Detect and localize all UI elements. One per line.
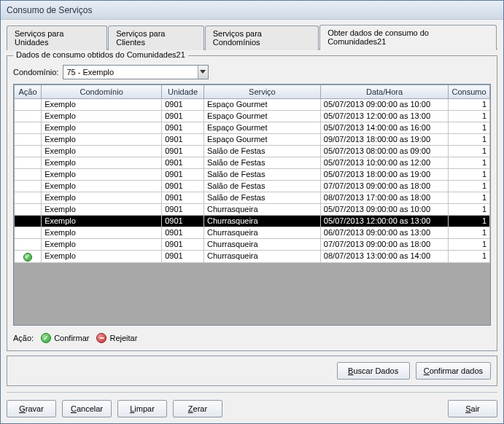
- cell-datahora: 05/07/2013 12:00:00 as 13:00: [320, 111, 448, 122]
- cell-datahora: 05/07/2013 14:00:00 as 16:00: [320, 122, 448, 134]
- buscar-button[interactable]: Buscar Dados: [337, 362, 410, 380]
- table-row[interactable]: Exemplo0901Salão de Festas05/07/2013 18:…: [15, 169, 490, 181]
- action-panel: Buscar Dados Confirmar dados: [7, 356, 497, 386]
- cell-servico: Churrasqueira: [203, 251, 320, 263]
- col-servico[interactable]: Serviço: [203, 85, 320, 99]
- cell-unidade: 0901: [162, 111, 204, 122]
- cell-datahora: 08/07/2013 17:00:00 as 18:00: [320, 192, 448, 204]
- confirmar-dados-button[interactable]: Confirmar dados: [416, 362, 491, 380]
- cell-consumo: 1: [449, 111, 490, 122]
- cell-consumo: 1: [449, 227, 490, 239]
- col-condominio[interactable]: Condomínio: [42, 85, 162, 99]
- tab-1[interactable]: Serviços para Clientes: [108, 25, 204, 50]
- condominio-input[interactable]: [63, 66, 197, 79]
- cell-unidade: 0901: [162, 157, 204, 169]
- col-unidade[interactable]: Unidade: [162, 85, 204, 99]
- table-row[interactable]: Exemplo0901Salão de Festas07/07/2013 09:…: [15, 181, 490, 192]
- table-row[interactable]: Exemplo0901Salão de Festas08/07/2013 17:…: [15, 192, 490, 204]
- cell-consumo: 1: [449, 192, 490, 204]
- cell-condominio: Exemplo: [42, 146, 162, 157]
- action-legend: Ação: ✓ Confirmar ━ Rejeitar: [13, 333, 491, 343]
- cell-condominio: Exemplo: [42, 122, 162, 134]
- cell-consumo: 1: [449, 216, 490, 227]
- fieldset-legend: Dados de consumo obtidos do Comunidades2…: [13, 50, 188, 59]
- cell-consumo: 1: [449, 157, 490, 169]
- footer-buttons: Gravar Cancelar Limpar Zerar Sair: [7, 392, 497, 417]
- cell-unidade: 0901: [162, 239, 204, 251]
- content-area: Serviços para UnidadesServiços para Clie…: [1, 20, 503, 423]
- reject-text: Rejeitar: [109, 334, 137, 342]
- col-consumo[interactable]: Consumo: [449, 85, 490, 99]
- table-row[interactable]: Exemplo0901Espaço Gourmet05/07/2013 12:0…: [15, 111, 490, 122]
- cell-acao: [15, 157, 42, 169]
- table-row[interactable]: Exemplo0901Salão de Festas05/07/2013 10:…: [15, 157, 490, 169]
- table-row[interactable]: Exemplo0901Espaço Gourmet05/07/2013 09:0…: [15, 99, 490, 111]
- col-datahora[interactable]: Data/Hora: [320, 85, 448, 99]
- cell-consumo: 1: [449, 239, 490, 251]
- cell-unidade: 0901: [162, 251, 204, 263]
- cell-datahora: 06/07/2013 09:00:00 as 13:00: [320, 227, 448, 239]
- cancelar-button[interactable]: Cancelar: [62, 400, 112, 417]
- cell-consumo: 1: [449, 251, 490, 263]
- cell-consumo: 1: [449, 204, 490, 216]
- table-row[interactable]: Exemplo0901Espaço Gourmet09/07/2013 18:0…: [15, 134, 490, 146]
- footer-spacer: [228, 400, 442, 417]
- table-row[interactable]: Exemplo0901Churrasqueira06/07/2013 09:00…: [15, 227, 490, 239]
- sair-button[interactable]: Sair: [448, 400, 497, 417]
- zerar-button[interactable]: Zerar: [173, 400, 222, 417]
- dropdown-button[interactable]: [198, 66, 209, 79]
- cell-servico: Salão de Festas: [203, 192, 320, 204]
- reject-icon: ━: [96, 333, 106, 343]
- cell-acao: ✓: [15, 251, 42, 263]
- cell-datahora: 07/07/2013 09:00:00 as 18:00: [320, 181, 448, 192]
- cell-servico: Churrasqueira: [203, 204, 320, 216]
- chevron-down-icon: [200, 70, 206, 74]
- data-table: Ação Condomínio Unidade Serviço Data/Hor…: [14, 85, 490, 263]
- cell-unidade: 0901: [162, 216, 204, 227]
- gravar-button[interactable]: Gravar: [7, 400, 56, 417]
- header-row: Ação Condomínio Unidade Serviço Data/Hor…: [15, 85, 490, 99]
- cell-acao: [15, 181, 42, 192]
- confirm-icon: ✓: [41, 333, 51, 343]
- cell-condominio: Exemplo: [42, 192, 162, 204]
- condominio-row: Condomínio:: [13, 65, 491, 79]
- cell-consumo: 1: [449, 122, 490, 134]
- cell-condominio: Exemplo: [42, 181, 162, 192]
- cell-unidade: 0901: [162, 227, 204, 239]
- table-row[interactable]: Exemplo0901Espaço Gourmet05/07/2013 14:0…: [15, 122, 490, 134]
- cell-datahora: 07/07/2013 09:00:00 as 18:00: [320, 239, 448, 251]
- cell-servico: Churrasqueira: [203, 227, 320, 239]
- confirm-text: Confirmar: [54, 334, 89, 342]
- table-row[interactable]: Exemplo0901Churrasqueira05/07/2013 12:00…: [15, 216, 490, 227]
- table-row[interactable]: ✓Exemplo0901Churrasqueira08/07/2013 13:0…: [15, 251, 490, 263]
- col-acao[interactable]: Ação: [15, 85, 42, 99]
- cell-consumo: 1: [449, 134, 490, 146]
- tab-2[interactable]: Serviços para Condomínios: [205, 25, 319, 50]
- cell-unidade: 0901: [162, 192, 204, 204]
- cell-condominio: Exemplo: [42, 157, 162, 169]
- cell-servico: Churrasqueira: [203, 216, 320, 227]
- condominio-label: Condomínio:: [13, 68, 58, 76]
- titlebar: Consumo de Serviços: [1, 1, 503, 20]
- tab-3[interactable]: Obter dados de consumo do Comunidades21: [319, 25, 497, 50]
- window-title: Consumo de Serviços: [7, 5, 92, 15]
- cell-acao: [15, 122, 42, 134]
- cell-condominio: Exemplo: [42, 169, 162, 181]
- cell-datahora: 05/07/2013 18:00:00 as 19:00: [320, 169, 448, 181]
- cell-datahora: 05/07/2013 08:00:00 as 09:00: [320, 146, 448, 157]
- table-row[interactable]: Exemplo0901Salão de Festas05/07/2013 08:…: [15, 146, 490, 157]
- cell-acao: [15, 239, 42, 251]
- limpar-button[interactable]: Limpar: [117, 400, 167, 417]
- cell-acao: [15, 192, 42, 204]
- cell-unidade: 0901: [162, 181, 204, 192]
- cell-acao: [15, 227, 42, 239]
- tab-0[interactable]: Serviços para Unidades: [7, 25, 107, 50]
- data-grid[interactable]: Ação Condomínio Unidade Serviço Data/Hor…: [13, 84, 491, 326]
- cell-acao: [15, 111, 42, 122]
- reject-legend: ━ Rejeitar: [96, 333, 137, 343]
- cell-condominio: Exemplo: [42, 216, 162, 227]
- check-icon: ✓: [23, 253, 32, 262]
- condominio-combo[interactable]: [63, 65, 209, 79]
- table-row[interactable]: Exemplo0901Churrasqueira05/07/2013 09:00…: [15, 204, 490, 216]
- table-row[interactable]: Exemplo0901Churrasqueira07/07/2013 09:00…: [15, 239, 490, 251]
